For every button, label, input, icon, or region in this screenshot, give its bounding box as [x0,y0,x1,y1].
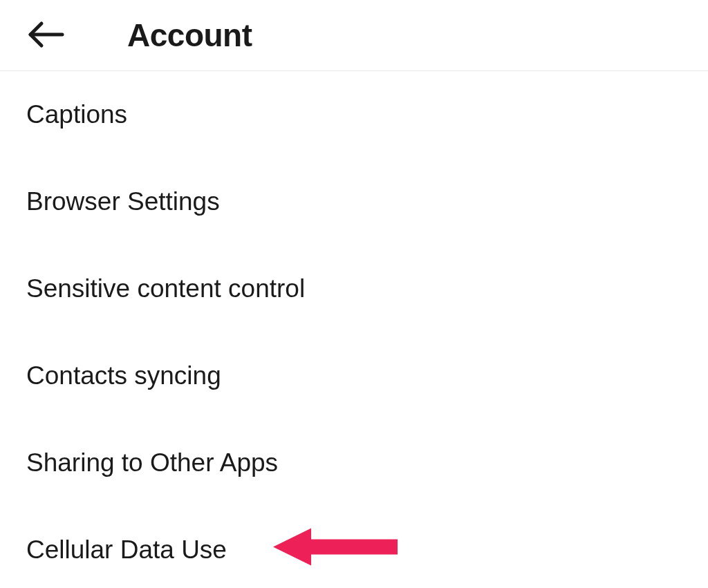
settings-item-label: Sensitive content control [26,274,305,303]
settings-item-label: Captions [26,100,127,129]
settings-item-sharing-to-other-apps[interactable]: Sharing to Other Apps [0,419,708,506]
settings-item-contacts-syncing[interactable]: Contacts syncing [0,332,708,419]
settings-item-browser-settings[interactable]: Browser Settings [0,158,708,245]
settings-item-label: Contacts syncing [26,361,221,390]
settings-item-sensitive-content-control[interactable]: Sensitive content control [0,245,708,332]
arrow-left-icon [26,21,65,50]
settings-list: Captions Browser Settings Sensitive cont… [0,71,708,588]
header: Account [0,0,708,71]
page-title: Account [127,17,252,54]
annotation-arrow-icon [273,523,398,578]
settings-item-label: Sharing to Other Apps [26,448,278,477]
back-button[interactable] [26,21,65,50]
settings-item-captions[interactable]: Captions [0,71,708,158]
settings-item-cellular-data-use[interactable]: Cellular Data Use [0,506,708,588]
svg-marker-1 [273,529,398,566]
settings-item-label: Cellular Data Use [26,535,227,564]
settings-item-label: Browser Settings [26,187,220,216]
